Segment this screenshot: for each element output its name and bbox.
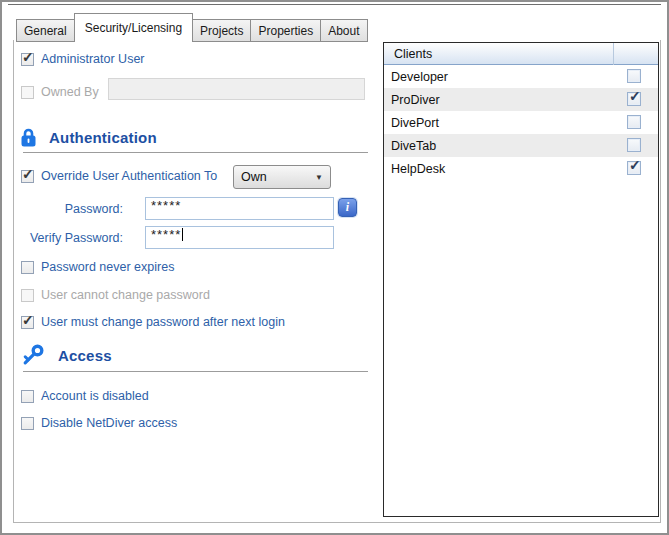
administrator-user-checkbox[interactable]: ✓	[21, 53, 34, 66]
client-name: HelpDesk	[391, 162, 445, 176]
authentication-section-header: Authentication	[21, 126, 157, 148]
client-row-diveport[interactable]: DivePort ✓	[384, 111, 658, 134]
tab-security-licensing[interactable]: Security/Licensing	[74, 13, 193, 42]
account-disabled-row[interactable]: ✓ Account is disabled	[21, 389, 149, 403]
text-caret	[182, 228, 183, 241]
lock-icon	[21, 128, 36, 147]
account-disabled-label: Account is disabled	[41, 389, 149, 403]
key-icon	[21, 344, 45, 366]
override-auth-row[interactable]: ✓ Override User Authentication To	[21, 169, 217, 183]
password-label: Password:	[20, 202, 123, 216]
client-name: ProDiver	[391, 93, 440, 107]
client-license-checkbox[interactable]: ✓	[627, 138, 641, 152]
check-icon: ✓	[22, 313, 34, 327]
administrator-user-row[interactable]: ✓ Administrator User	[21, 52, 145, 66]
client-license-checkbox[interactable]: ✓	[627, 92, 641, 106]
password-input[interactable]: *****	[145, 197, 334, 220]
user-cannot-change-password-label: User cannot change password	[41, 288, 210, 302]
client-name: Developer	[391, 70, 448, 84]
must-change-password-checkbox[interactable]: ✓	[21, 316, 34, 329]
verify-password-masked-value: *****	[151, 227, 181, 242]
client-name: DivePort	[391, 116, 439, 130]
auth-type-value: Own	[241, 170, 267, 184]
override-auth-checkbox[interactable]: ✓	[21, 170, 34, 183]
owned-by-label: Owned By	[41, 85, 99, 99]
administrator-user-label: Administrator User	[41, 52, 145, 66]
owned-by-row: ✓ Owned By	[21, 85, 99, 99]
access-section-header: Access	[21, 344, 112, 366]
info-icon[interactable]: i	[338, 198, 357, 217]
clients-table: Clients Developer ✓ ProDiver ✓ DivePort …	[383, 42, 659, 517]
verify-password-label: Verify Password:	[20, 231, 123, 245]
tab-properties[interactable]: Properties	[250, 19, 321, 42]
password-never-expires-checkbox[interactable]: ✓	[21, 261, 34, 274]
check-icon: ✓	[22, 50, 34, 64]
owned-by-input	[108, 78, 365, 100]
tab-bar: General Security/Licensing Projects Prop…	[17, 13, 368, 42]
password-never-expires-label: Password never expires	[41, 260, 174, 274]
top-divider	[8, 4, 661, 5]
clients-column-header[interactable]: Clients	[384, 43, 658, 65]
authentication-divider	[23, 152, 368, 153]
tab-about[interactable]: About	[320, 19, 367, 42]
disable-netdiver-row[interactable]: ✓ Disable NetDiver access	[21, 416, 177, 430]
user-cannot-change-password-checkbox: ✓	[21, 289, 34, 302]
override-auth-label: Override User Authentication To	[41, 169, 217, 183]
password-never-expires-row[interactable]: ✓ Password never expires	[21, 260, 174, 274]
access-title: Access	[58, 347, 112, 364]
security-licensing-dialog: General Security/Licensing Projects Prop…	[0, 0, 669, 535]
must-change-password-label: User must change password after next log…	[41, 315, 285, 329]
access-divider	[23, 371, 368, 372]
client-row-developer[interactable]: Developer ✓	[384, 65, 658, 88]
column-separator	[613, 43, 614, 65]
check-icon: ✓	[629, 89, 641, 103]
authentication-title: Authentication	[49, 129, 157, 146]
verify-password-input[interactable]: *****	[145, 226, 334, 249]
client-name: DiveTab	[391, 139, 436, 153]
must-change-password-row[interactable]: ✓ User must change password after next l…	[21, 315, 285, 329]
disable-netdiver-checkbox[interactable]: ✓	[21, 417, 34, 430]
tab-projects[interactable]: Projects	[192, 19, 251, 42]
check-icon: ✓	[629, 158, 641, 172]
password-masked-value: *****	[151, 198, 181, 213]
client-license-checkbox[interactable]: ✓	[627, 115, 641, 129]
disable-netdiver-label: Disable NetDiver access	[41, 416, 177, 430]
user-cannot-change-password-row: ✓ User cannot change password	[21, 288, 210, 302]
client-license-checkbox[interactable]: ✓	[627, 69, 641, 83]
auth-type-dropdown[interactable]: Own ▼	[233, 165, 331, 189]
clients-header-label: Clients	[394, 47, 432, 61]
owned-by-checkbox: ✓	[21, 86, 34, 99]
chevron-down-icon: ▼	[315, 173, 323, 182]
tab-general[interactable]: General	[16, 19, 75, 42]
client-row-prodiver[interactable]: ProDiver ✓	[384, 88, 658, 111]
check-icon: ✓	[22, 167, 34, 181]
client-row-helpdesk[interactable]: HelpDesk ✓	[384, 157, 658, 180]
account-disabled-checkbox[interactable]: ✓	[21, 390, 34, 403]
client-license-checkbox[interactable]: ✓	[627, 161, 641, 175]
client-row-divetab[interactable]: DiveTab ✓	[384, 134, 658, 157]
